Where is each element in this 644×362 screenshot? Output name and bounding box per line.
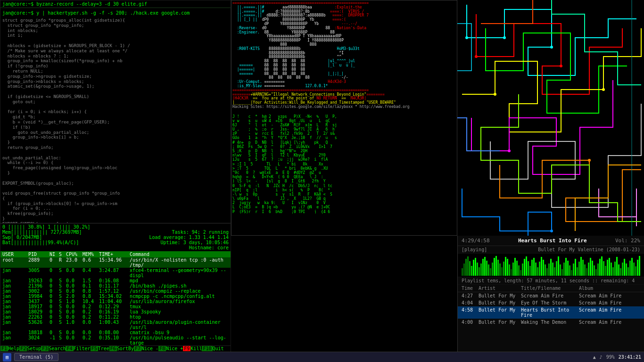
svg-rect-80 [588, 263, 589, 276]
maze-svg [457, 0, 644, 236]
svg-rect-107 [639, 256, 640, 276]
process-row-11[interactable]: jan188180S0.00.00:08.00cmatrix -bsu 9 [0, 330, 231, 335]
svg-rect-51 [533, 258, 535, 276]
svg-rect-23 [480, 263, 482, 276]
maze-panel [457, 0, 644, 236]
svg-rect-55 [541, 257, 542, 276]
svg-point-9 [508, 149, 511, 152]
svg-rect-63 [556, 261, 557, 276]
svg-rect-56 [543, 260, 544, 276]
svg-rect-37 [507, 259, 508, 276]
htop-bat-uptime: Bat[||||||||||||99.4%(A/C)] Uptime: 3 da… [2, 240, 229, 245]
svg-rect-88 [603, 261, 604, 276]
svg-point-10 [588, 159, 591, 162]
process-row-9[interactable]: jan222630S0.00.20:11.22htop [0, 314, 231, 320]
svg-rect-75 [578, 262, 580, 276]
svg-rect-42 [516, 261, 518, 276]
fn4[interactable]: F4Filter [66, 346, 90, 351]
svg-rect-87 [601, 256, 603, 276]
track-2-artist: Bullet For My [479, 300, 521, 305]
htop-swap-bar: Swp[ 0/2047MB] [2, 235, 42, 240]
process-row-1[interactable]: jan30050S0.00.43:24.87xfce4-terminal --g… [0, 268, 231, 278]
track-row-3-active[interactable]: 4:58 Bullet For My Hearts Burst Into Fir… [458, 306, 644, 319]
svg-point-3 [503, 36, 506, 39]
htop-hostname: Hostname: core [2, 245, 229, 250]
svg-rect-35 [503, 262, 504, 276]
svg-rect-32 [497, 260, 499, 276]
process-row-3[interactable]: jan213960S0.00.10:11.17/bin/bash ./pipes… [0, 283, 231, 288]
svg-rect-54 [539, 262, 540, 276]
svg-rect-28 [490, 268, 491, 276]
svg-rect-77 [582, 260, 584, 276]
svg-rect-47 [526, 256, 527, 276]
svg-rect-25 [484, 257, 486, 276]
svg-rect-38 [509, 264, 510, 276]
hack-art-panel: ========================================… [231, 0, 457, 236]
svg-rect-18 [471, 266, 472, 276]
svg-rect-92 [611, 263, 612, 276]
col-ni: NI [50, 252, 59, 257]
col-time: TIME+ [99, 252, 130, 257]
fn8[interactable]: F8Nice + [158, 346, 183, 351]
svg-rect-79 [586, 268, 587, 276]
svg-rect-74 [577, 267, 578, 276]
track-row-4[interactable]: 4:00 Bullet For My Waking The Demon Scre… [458, 319, 644, 326]
svg-rect-22 [479, 267, 480, 276]
taskbar: ▤ Terminal (5) ▲ ♪ 99% 23:41:21 [0, 352, 644, 362]
svg-rect-34 [501, 267, 503, 276]
svg-rect-89 [605, 266, 606, 276]
track-3-artist: Bullet For My [479, 307, 521, 318]
fn6[interactable]: F6SortBy [109, 346, 134, 351]
track-list: 4:27 Bullet For My Scream Aim Fire Screa… [458, 292, 644, 326]
track-time: 4:29/4:58 [462, 238, 490, 244]
svg-point-11 [550, 230, 553, 232]
track-title: Hearts Burst Into Fire [518, 238, 587, 244]
process-row-10[interactable]: jan536260S1.00.01:00.43/usr/lib/aurora/p… [0, 320, 231, 330]
htop-section: 0 [||||| 30.8%] 1 [||||| 30.2%] Mem[||||… [0, 223, 231, 351]
taskbar-start-icon[interactable]: ▤ [3, 353, 11, 362]
svg-rect-16 [467, 256, 469, 276]
process-row-4[interactable]: jan30020S0.00.81:57.12/usr/bin/compiz --… [0, 288, 231, 294]
main-layout: jan@core:~$ byzanz-record --delay=3 -d 3… [0, 0, 644, 362]
taskbar-terminal-label: Terminal (5) [19, 354, 53, 360]
svg-rect-17 [469, 261, 471, 276]
svg-rect-86 [599, 259, 601, 276]
fn2[interactable]: F2Setup [19, 346, 41, 351]
track-row-2[interactable]: 4:04 Bullet For My Eye Of The Storm Scre… [458, 299, 644, 306]
process-row-7[interactable]: jan189170S0.00.20:12.29tmux [0, 304, 231, 309]
track-row-1[interactable]: 4:27 Bullet For My Scream Aim Fire Screa… [458, 292, 644, 299]
process-row-5[interactable]: jan199840S2.00.815:34.02ncmpcpp -c .ncmp… [0, 294, 231, 299]
svg-rect-85 [597, 263, 599, 276]
svg-rect-96 [618, 264, 619, 276]
svg-rect-46 [524, 259, 525, 276]
taskbar-terminal-button[interactable]: Terminal (5) [14, 353, 58, 361]
terminal-output-block: struct group_info *groups_alloc(int gids… [2, 18, 229, 252]
playing-status: [playing] Bullet For My Valentine (2008-… [458, 246, 644, 254]
network-icon: ▲ [593, 354, 596, 360]
svg-point-2 [465, 36, 468, 39]
process-row-root[interactable]: root28890R23.00.615:34.96/usr/bin/X -nol… [0, 257, 231, 268]
fn9[interactable]: F9Kill [183, 346, 202, 351]
process-row-6[interactable]: jan34370S1.010.411:04.40/usr/lib/aurora/… [0, 299, 231, 304]
fn7[interactable]: F7Nice - [134, 346, 158, 351]
svg-rect-52 [535, 263, 537, 276]
svg-rect-45 [522, 263, 523, 276]
svg-rect-103 [631, 258, 633, 276]
track-4-album: Scream Aim Fire [579, 320, 640, 325]
col-cpu: CPU% [66, 252, 83, 257]
svg-rect-19 [473, 260, 474, 276]
fn3[interactable]: F3Search [41, 346, 66, 351]
svg-rect-58 [546, 268, 548, 276]
htop-mem-tasks: Mem[|||||||||||| 727/3697MB] Tasks: 94; … [2, 230, 229, 235]
process-row-2[interactable]: jan192630S0.01.50:16.08mpd [0, 278, 231, 283]
fn1[interactable]: F1Help [0, 346, 19, 351]
music-table-header: Time Artist Title/Filename Album [458, 285, 644, 292]
svg-rect-95 [616, 257, 618, 276]
process-row-12[interactable]: jan3024-1S0.00.20:35.10/usr/bin/pulseaud… [0, 335, 231, 346]
fn10[interactable]: F10Quit [202, 346, 223, 351]
hack-art-content: ========================================… [232, 1, 456, 114]
svg-rect-76 [580, 257, 582, 276]
process-row-8[interactable]: jan180290S0.00.20:16.19lua 3spooky [0, 309, 231, 314]
fn5[interactable]: F5Tree [91, 346, 109, 351]
htop-tasks: Tasks: 94; 2 running [172, 230, 229, 235]
